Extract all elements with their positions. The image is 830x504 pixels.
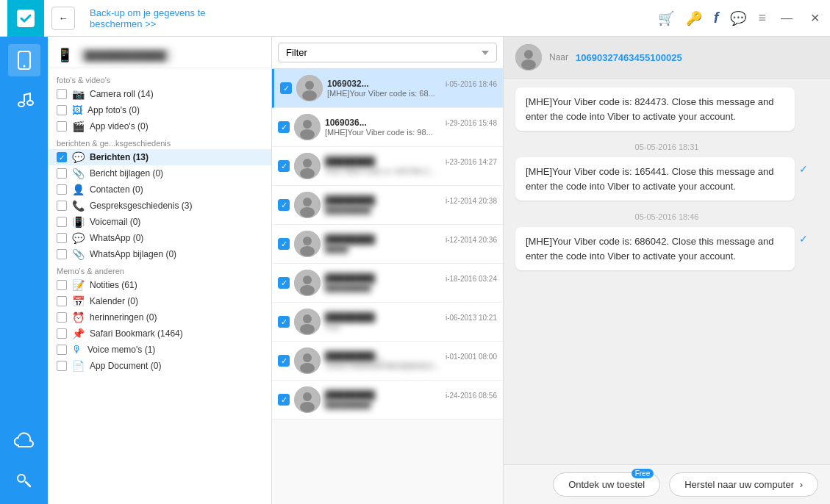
menu-icon[interactable]: ≡ xyxy=(758,10,766,26)
msg-preview: ████ xyxy=(325,245,497,253)
kalender-label: Kalender (0) xyxy=(90,296,138,306)
checkbox-camera-roll[interactable] xyxy=(57,89,67,99)
section-berichten: berichten & ge...ksgeschiedenis 💬 Berich… xyxy=(48,134,271,262)
checkbox-voice-memos[interactable] xyxy=(57,345,67,355)
tree-item-whatsapp[interactable]: 💬 WhatsApp (0) xyxy=(48,230,271,246)
back-icon: ← xyxy=(59,12,68,24)
msg-header: ████████ i-23-2016 14:27 xyxy=(325,156,497,167)
close-button[interactable]: ✕ xyxy=(807,11,823,25)
fotos-icon: 🖼 xyxy=(72,104,82,116)
tree-item-app-document[interactable]: 📄 App Document (0) xyxy=(48,358,271,374)
msg-time: i-18-2016 03:24 xyxy=(446,275,497,283)
tree-item-app-videos[interactable]: 🎬 App video's (0) xyxy=(48,118,271,134)
contacten-label: Contacten (0) xyxy=(90,184,143,195)
msg-time: i-12-2014 20:38 xyxy=(446,197,497,205)
msg-checkbox[interactable] xyxy=(280,82,292,94)
filter-select[interactable]: Filter Alles Gelezen Ongelezen xyxy=(278,43,497,62)
svg-point-13 xyxy=(300,168,315,179)
msg-checkbox[interactable] xyxy=(278,316,290,328)
tree-item-berichten[interactable]: 💬 Berichten (13) xyxy=(48,149,271,165)
msg-checkbox[interactable] xyxy=(278,394,290,406)
checkbox-whatsapp[interactable] xyxy=(57,233,67,243)
bubble-timestamp: 05-05-2016 18:31 xyxy=(515,143,818,151)
bubble-container: [MHE]Your Viber code is: 824473. Close t… xyxy=(515,87,818,131)
checkbox-whatsapp-bijlagen[interactable] xyxy=(57,249,67,259)
checkbox-bericht-bijlagen[interactable] xyxy=(57,168,67,179)
back-button[interactable]: ← xyxy=(51,7,75,30)
msg-checkbox[interactable] xyxy=(278,121,290,133)
message-item[interactable]: 1069036... i-29-2016 15:48 [MHE]Your Vib… xyxy=(272,108,503,147)
speech-icon[interactable]: 💬 xyxy=(730,10,746,26)
msg-name: 1069032... xyxy=(327,79,369,89)
message-item[interactable]: ████████ i-12-2014 20:38 ████████ xyxy=(272,186,503,225)
tree-item-herinneringen[interactable]: ⏰ herinneringen (0) xyxy=(48,309,271,325)
msg-checkbox[interactable] xyxy=(278,160,290,172)
checkbox-herinneringen[interactable] xyxy=(57,312,67,323)
tree-item-voice-memos[interactable]: 🎙 Voice memo's (1) xyxy=(48,342,271,358)
tree-item-whatsapp-bijlagen[interactable]: 📎 WhatsApp bijlagen (0) xyxy=(48,246,271,262)
checkbox-app-document[interactable] xyxy=(57,361,67,371)
checkbox-kalender[interactable] xyxy=(57,296,67,306)
sidebar-icon-tools[interactable] xyxy=(8,464,40,497)
svg-point-24 xyxy=(303,314,312,323)
tree-item-bericht-bijlagen[interactable]: 📎 Bericht bijlagen (0) xyxy=(48,165,271,181)
message-item[interactable]: 1069032... i-05-2016 18:46 [MHE]Your Vib… xyxy=(272,69,503,108)
tree-item-safari[interactable]: 📌 Safari Bookmark (1464) xyxy=(48,325,271,342)
sidebar-icon-cloud[interactable] xyxy=(8,425,40,457)
app-videos-label: App video's (0) xyxy=(90,121,149,132)
discover-device-button[interactable]: Ontdek uw toestel Free xyxy=(553,472,660,497)
msg-header: ████████ i-24-2016 08:56 xyxy=(325,390,497,400)
tree-item-camera-roll[interactable]: 📷 Camera roll (14) xyxy=(48,86,271,102)
message-item[interactable]: ████████ i-06-2013 10:21 Test xyxy=(272,303,503,342)
camera-icon: 📷 xyxy=(72,88,85,100)
right-panel: Naar 10690327463455100025 [MHE]Your Vibe… xyxy=(504,37,830,504)
minimize-button[interactable]: — xyxy=(778,12,795,25)
msg-checkbox[interactable] xyxy=(278,238,290,250)
tree-item-app-fotos[interactable]: 🖼 App foto's (0) xyxy=(48,102,271,118)
checkbox-notities[interactable] xyxy=(57,280,67,290)
message-item[interactable]: ████████ i-24-2016 08:56 ████████ xyxy=(272,381,503,420)
sidebar-icon-music[interactable] xyxy=(8,84,40,116)
msg-avatar xyxy=(294,153,321,179)
cart-icon[interactable]: 🛒 xyxy=(658,10,674,26)
checkbox-berichten[interactable] xyxy=(57,152,67,162)
tree-item-gespreks[interactable]: 📞 Gespreksgeschiedenis (3) xyxy=(48,198,271,214)
tree-item-notities[interactable]: 📝 Notities (61) xyxy=(48,277,271,293)
restore-computer-button[interactable]: Herstel naar uw computer › xyxy=(669,472,818,497)
backup-link[interactable]: Back-up om je gegevens te beschermen >> xyxy=(90,7,206,29)
app-logo xyxy=(7,0,44,37)
tree-item-voicemail[interactable]: 📳 Voicemail (0) xyxy=(48,214,271,230)
svg-point-16 xyxy=(300,207,315,217)
msg-preview: Test xyxy=(325,323,497,331)
middle-panel: Filter Alles Gelezen Ongelezen 1069032..… xyxy=(272,37,504,504)
app-document-label: App Document (0) xyxy=(90,361,161,371)
right-avatar xyxy=(515,44,542,71)
checkbox-gespreks[interactable] xyxy=(57,201,67,211)
berichten-icon: 💬 xyxy=(72,151,85,163)
checkbox-app-fotos[interactable] xyxy=(57,105,67,115)
checkbox-app-videos[interactable] xyxy=(57,121,67,132)
msg-checkbox[interactable] xyxy=(278,199,290,211)
message-item[interactable]: ████████ i-23-2016 14:27 Your Viber code… xyxy=(272,147,503,186)
herinneringen-icon: ⏰ xyxy=(72,312,85,323)
camera-roll-label: Camera roll (14) xyxy=(90,89,154,99)
message-item[interactable]: ████████... i-01-2001 08:00 -E042-449003… xyxy=(272,342,503,381)
tree-item-contacten[interactable]: 👤 Contacten (0) xyxy=(48,181,271,198)
checkbox-voicemail[interactable] xyxy=(57,217,67,227)
msg-content: ████████ i-06-2013 10:21 Test xyxy=(325,312,497,331)
message-item[interactable]: ████████ i-12-2014 20:36 ████ xyxy=(272,225,503,264)
msg-avatar xyxy=(294,231,321,257)
message-item[interactable]: ████████ i-18-2016 03:24 ████████ xyxy=(272,264,503,303)
msg-avatar xyxy=(294,386,321,413)
msg-checkbox[interactable] xyxy=(278,355,290,367)
right-contact-number: 10690327463455100025 xyxy=(576,52,682,63)
facebook-icon[interactable]: f xyxy=(714,10,719,26)
tree-item-kalender[interactable]: 📅 Kalender (0) xyxy=(48,293,271,309)
svg-point-30 xyxy=(303,392,312,401)
whatsapp-bijlagen-icon: 📎 xyxy=(72,248,85,260)
checkbox-safari[interactable] xyxy=(57,328,67,339)
checkbox-contacten[interactable] xyxy=(57,184,67,195)
sidebar-icon-phone[interactable] xyxy=(8,44,40,76)
msg-checkbox[interactable] xyxy=(278,277,290,289)
key-icon[interactable]: 🔑 xyxy=(686,10,702,26)
